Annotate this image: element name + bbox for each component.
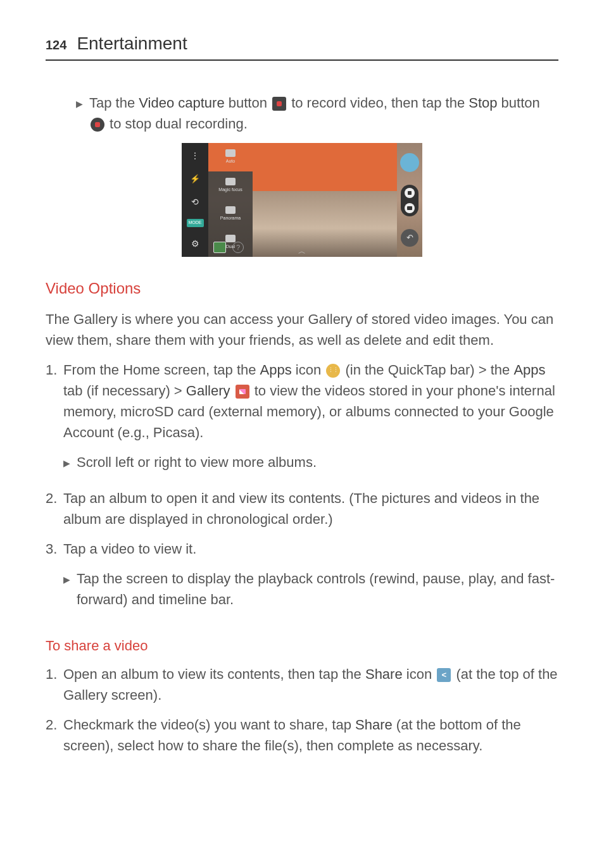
video-mode-icon	[405, 188, 415, 198]
flash-icon: ⚡	[190, 173, 200, 185]
menu-icon: ⋮	[191, 149, 200, 163]
preview-circle	[400, 153, 419, 172]
arrow-icon: ▶	[63, 573, 70, 586]
section-title: Entertainment	[77, 30, 187, 57]
share-step-1: 1. Open an album to view its contents, t…	[46, 664, 558, 705]
step1-bullet: Scroll left or right to view more albums…	[77, 452, 317, 473]
page-header: 124 Entertainment	[46, 30, 558, 61]
swap-camera-icon: ⟲	[191, 195, 199, 209]
intro-bullet: ▶ Tap the Video capture button to record…	[76, 92, 558, 134]
step-number: 1.	[46, 664, 63, 705]
back-icon: ↶	[401, 229, 418, 247]
page-number: 124	[46, 35, 66, 54]
share-step-2: 2. Checkmark the video(s) you want to sh…	[46, 714, 558, 756]
gallery-thumb-icon	[213, 242, 226, 253]
help-icon: ?	[232, 242, 244, 253]
share-icon	[437, 668, 451, 682]
step-number: 2.	[46, 714, 63, 756]
step-2: 2. Tap an album to open it and view its …	[46, 488, 558, 530]
video-options-para: The Gallery is where you can access your…	[46, 309, 558, 350]
camera-mode-icon	[405, 203, 415, 213]
settings-icon: ⚙	[191, 237, 199, 251]
chevron-up-icon: ︿	[298, 245, 306, 257]
step-number: 2.	[46, 488, 63, 530]
intro-text: Tap the Video capture button to record v…	[89, 92, 558, 134]
video-options-heading: Video Options	[46, 277, 558, 300]
camera-mode-screenshot: ⋮ ⚡ ⟲ MODE ⚙ Auto Magic focus Panorama D…	[182, 143, 422, 257]
stop-icon	[91, 118, 104, 132]
step-number: 3.	[46, 538, 63, 616]
mode-button: MODE	[187, 219, 204, 227]
gallery-icon	[236, 385, 249, 399]
video-capture-icon	[272, 97, 286, 111]
apps-icon	[326, 364, 340, 378]
arrow-icon: ▶	[76, 97, 83, 111]
step-3: 3. Tap a video to view it. ▶ Tap the scr…	[46, 538, 558, 616]
step-number: 1.	[46, 359, 63, 479]
step3-bullet: Tap the screen to display the playback c…	[77, 568, 558, 610]
share-heading: To share a video	[46, 635, 558, 656]
step-1: 1. From the Home screen, tap the Apps ic…	[46, 359, 558, 479]
arrow-icon: ▶	[63, 457, 70, 470]
